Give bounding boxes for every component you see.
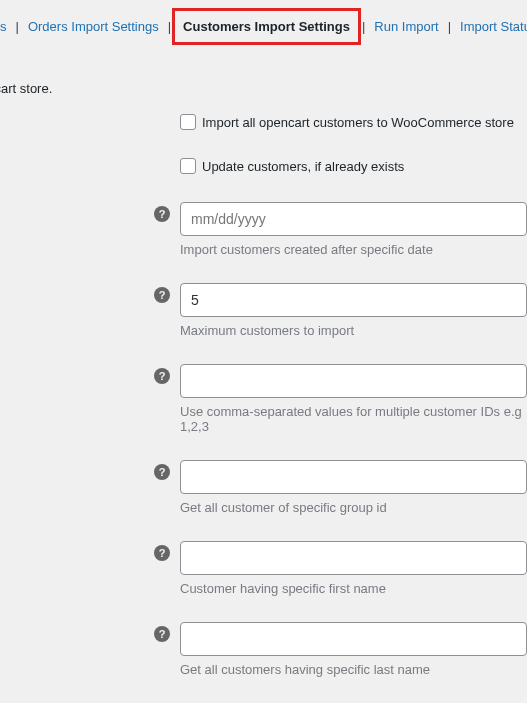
row-after-date: after specific date ? Import customers c…: [0, 202, 527, 257]
tab-separator: |: [16, 19, 19, 34]
settings-form: mers to WooCommerce Import all opencart …: [0, 114, 527, 703]
tabs-nav: rt Settings | Orders Import Settings | C…: [0, 0, 527, 53]
label-last-name: pecific last name: [0, 622, 150, 640]
row-update-existing: s Update customers, if already exists: [0, 158, 527, 176]
help-icon[interactable]: ?: [154, 287, 170, 303]
input-ids[interactable]: [180, 364, 527, 398]
input-max-count[interactable]: [180, 283, 527, 317]
help-icon[interactable]: ?: [154, 464, 170, 480]
label-first-name: pecific first name: [0, 541, 150, 559]
row-group-id: pecific group id ? Get all customer of s…: [0, 460, 527, 515]
input-last-name[interactable]: [180, 622, 527, 656]
input-group-id[interactable]: [180, 460, 527, 494]
row-import-all: mers to WooCommerce Import all opencart …: [0, 114, 527, 132]
tab-separator: |: [448, 19, 451, 34]
checkbox-label-update-existing: Update customers, if already exists: [202, 159, 404, 174]
hint-after-date: Import customers created after specific …: [180, 242, 527, 257]
help-icon[interactable]: ?: [154, 626, 170, 642]
input-after-date[interactable]: [180, 202, 527, 236]
tab-customers-import-settings[interactable]: Customers Import Settings: [172, 8, 361, 45]
tab-separator: |: [362, 19, 365, 34]
hint-first-name: Customer having specific first name: [180, 581, 527, 596]
label-group-id: pecific group id: [0, 460, 150, 478]
hint-ids: Use comma-separated values for multiple …: [180, 404, 527, 434]
tab-separator: |: [168, 19, 171, 34]
row-max-count: ? Maximum customers to import: [0, 283, 527, 338]
tab-import-status[interactable]: Import Status: [452, 13, 527, 40]
row-first-name: pecific first name ? Customer having spe…: [0, 541, 527, 596]
hint-max-count: Maximum customers to import: [180, 323, 527, 338]
row-last-name: pecific last name ? Get all customers ha…: [0, 622, 527, 677]
help-icon[interactable]: ?: [154, 206, 170, 222]
label-update-existing: s: [0, 158, 150, 176]
help-icon[interactable]: ?: [154, 368, 170, 384]
tab-orders-import-settings[interactable]: Orders Import Settings: [20, 13, 167, 40]
section-description: to import from your Opencart store.: [0, 53, 527, 114]
checkbox-import-all[interactable]: [180, 114, 196, 130]
label-import-all: mers to WooCommerce: [0, 114, 150, 132]
tab-run-import[interactable]: Run Import: [366, 13, 446, 40]
label-ids: ic IDs: [0, 364, 150, 382]
help-col: [150, 158, 180, 162]
hint-last-name: Get all customers having specific last n…: [180, 662, 527, 677]
hint-group-id: Get all customer of specific group id: [180, 500, 527, 515]
row-ids: ic IDs ? Use comma-separated values for …: [0, 364, 527, 434]
checkbox-update-existing[interactable]: [180, 158, 196, 174]
input-first-name[interactable]: [180, 541, 527, 575]
label-max-count: [0, 283, 150, 285]
label-after-date: after specific date: [0, 202, 150, 220]
help-col: [150, 114, 180, 118]
checkbox-label-import-all: Import all opencart customers to WooComm…: [202, 115, 514, 130]
tab-product-settings[interactable]: rt Settings: [0, 13, 15, 40]
help-icon[interactable]: ?: [154, 545, 170, 561]
